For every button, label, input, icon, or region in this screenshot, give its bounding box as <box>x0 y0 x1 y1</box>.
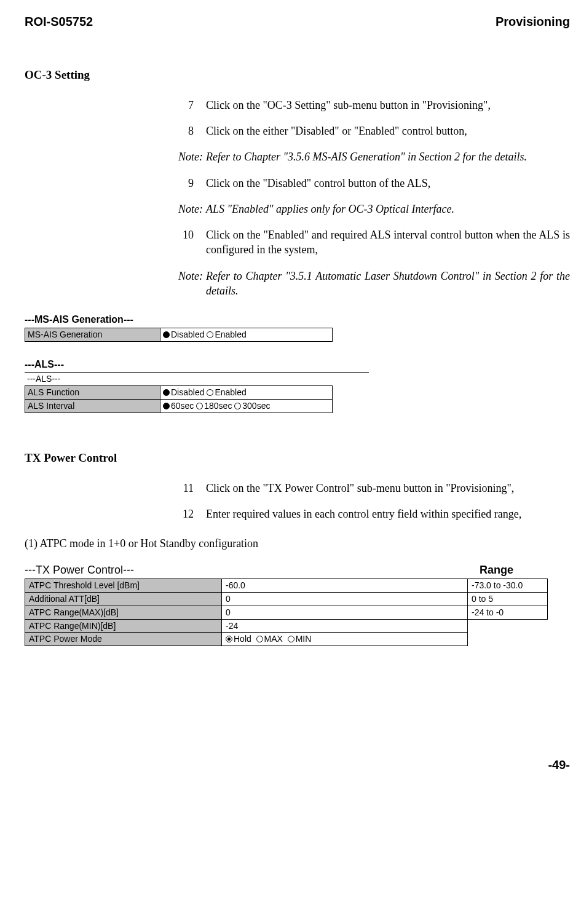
radio-empty-icon[interactable] <box>207 331 213 338</box>
msais-value: Disabled Enabled <box>160 328 333 341</box>
additional-att-label: Additional ATT[dB] <box>25 592 222 606</box>
note-label: Note: <box>178 149 206 164</box>
note-2: Note: ALS "Enabled" applies only for OC-… <box>178 202 570 216</box>
als-int-300-option[interactable]: 300sec <box>242 401 270 411</box>
step-text: Click on the "OC-3 Setting" sub-menu but… <box>206 98 570 113</box>
atpc-power-mode-label: ATPC Power Mode <box>25 633 222 646</box>
step-12: 12 Enter required values in each control… <box>178 507 570 521</box>
step-10: 10 Click on the "Enabled" and required A… <box>178 227 570 258</box>
step-number: 8 <box>178 124 206 138</box>
oc3-heading: OC-3 Setting <box>25 67 570 83</box>
radio-empty-icon[interactable] <box>196 403 203 409</box>
mode-max-option[interactable]: MAX <box>264 634 283 644</box>
als-func-enabled-option[interactable]: Enabled <box>215 387 246 397</box>
mode-min-option[interactable]: MIN <box>296 634 312 644</box>
als-function-value: Disabled Enabled <box>160 386 333 400</box>
table-row: ATPC Threshold Level [dBm] -60.0 -73.0 t… <box>25 578 548 592</box>
step-11: 11 Click on the "TX Power Control" sub-m… <box>178 481 570 496</box>
atpc-range-min-label: ATPC Range(MIN)[dB] <box>25 619 222 633</box>
note-text: Refer to Chapter "3.5.6 MS-AIS Generatio… <box>206 149 570 164</box>
radio-filled-icon[interactable] <box>163 403 170 409</box>
tx-subsection: (1) ATPC mode in 1+0 or Hot Standby conf… <box>25 536 570 551</box>
als-interval-label: ALS Interval <box>25 400 160 413</box>
note-1: Note: Refer to Chapter "3.5.6 MS-AIS Gen… <box>178 149 570 164</box>
radio-selected-icon[interactable] <box>226 636 232 642</box>
atpc-threshold-value[interactable]: -60.0 <box>222 578 468 592</box>
additional-att-range: 0 to 5 <box>468 592 548 606</box>
msais-enabled-option[interactable]: Enabled <box>215 330 246 339</box>
atpc-threshold-range: -73.0 to -30.0 <box>468 578 548 592</box>
step-text: Click on the "TX Power Control" sub-menu… <box>206 481 570 496</box>
msais-label: MS-AIS Generation <box>25 328 160 341</box>
note-text: ALS "Enabled" applies only for OC-3 Opti… <box>206 202 570 216</box>
doc-id: ROI-S05752 <box>25 14 93 30</box>
step-number: 9 <box>178 176 206 191</box>
atpc-threshold-label: ATPC Threshold Level [dBm] <box>25 578 222 592</box>
txpower-steps: 11 Click on the "TX Power Control" sub-m… <box>178 481 570 522</box>
atpc-range-max-label: ATPC Range(MAX)[dB] <box>25 606 222 619</box>
radio-filled-icon[interactable] <box>163 389 170 396</box>
als-function-label: ALS Function <box>25 386 160 400</box>
als-int-180-option[interactable]: 180sec <box>204 401 232 411</box>
page-number: -49- <box>25 757 570 773</box>
msais-table: MS-AIS Generation Disabled Enabled <box>25 328 333 342</box>
tx-table-title: ---TX Power Control--- <box>25 563 480 577</box>
note-label: Note: <box>178 269 206 283</box>
radio-empty-icon[interactable] <box>234 403 241 409</box>
step-number: 12 <box>178 507 206 521</box>
tx-table-header: ---TX Power Control--- Range <box>25 563 570 577</box>
note-label: Note: <box>178 202 206 216</box>
als-table: ALS Function Disabled Enabled ALS Interv… <box>25 385 333 413</box>
als-group-title: ---ALS--- <box>25 358 570 371</box>
step-text: Click on the "Disabled" control button o… <box>206 176 570 191</box>
als-interval-row: ALS Interval 60sec 180sec 300sec <box>25 400 333 413</box>
als-func-disabled-option[interactable]: Disabled <box>171 387 204 397</box>
tx-range-header: Range <box>480 563 513 577</box>
doc-section: Provisioning <box>496 14 570 30</box>
atpc-range-max-value[interactable]: 0 <box>222 606 468 619</box>
additional-att-value[interactable]: 0 <box>222 592 468 606</box>
step-number: 10 <box>178 227 206 242</box>
tx-power-table: ATPC Threshold Level [dBm] -60.0 -73.0 t… <box>25 578 548 646</box>
atpc-range-min-value[interactable]: -24 <box>222 619 468 633</box>
step-8: 8 Click on the either "Disabled" or "Ena… <box>178 124 570 138</box>
msais-group-title: ---MS-AIS Generation--- <box>25 313 570 326</box>
als-sub-title: ---ALS--- <box>25 373 332 385</box>
note-3: Note: Refer to Chapter "3.5.1 Automatic … <box>178 269 570 299</box>
empty-cell <box>468 619 548 646</box>
radio-empty-icon[interactable] <box>288 636 294 642</box>
atpc-range-max-range: -24 to -0 <box>468 606 548 619</box>
note-text: Refer to Chapter "3.5.1 Automatic Laser … <box>206 269 570 299</box>
als-int-60-option[interactable]: 60sec <box>171 401 194 411</box>
step-number: 7 <box>178 98 206 113</box>
als-interval-value: 60sec 180sec 300sec <box>160 400 333 413</box>
mode-hold-option[interactable]: Hold <box>234 634 251 644</box>
page-header: ROI-S05752 Provisioning <box>25 14 570 30</box>
step-number: 11 <box>178 481 206 496</box>
msais-row: MS-AIS Generation Disabled Enabled <box>25 328 333 341</box>
als-group: ---ALS--- ---ALS--- ALS Function Disable… <box>25 358 570 413</box>
txpower-heading: TX Power Control <box>25 450 570 466</box>
step-7: 7 Click on the "OC-3 Setting" sub-menu b… <box>178 98 570 113</box>
atpc-power-mode-value: Hold MAX MIN <box>222 633 468 646</box>
step-9: 9 Click on the "Disabled" control button… <box>178 176 570 191</box>
step-text: Click on the "Enabled" and required ALS … <box>206 227 570 258</box>
step-text: Enter required values in each control en… <box>206 507 570 521</box>
msais-disabled-option[interactable]: Disabled <box>171 330 204 339</box>
radio-empty-icon[interactable] <box>256 636 263 642</box>
table-row: ATPC Range(MAX)[dB] 0 -24 to -0 <box>25 606 548 619</box>
oc3-steps: 7 Click on the "OC-3 Setting" sub-menu b… <box>178 98 570 299</box>
step-text: Click on the either "Disabled" or "Enabl… <box>206 124 570 138</box>
msais-group: ---MS-AIS Generation--- MS-AIS Generatio… <box>25 313 570 341</box>
radio-empty-icon[interactable] <box>207 389 213 396</box>
table-row: Additional ATT[dB] 0 0 to 5 <box>25 592 548 606</box>
radio-filled-icon[interactable] <box>163 331 170 338</box>
als-function-row: ALS Function Disabled Enabled <box>25 386 333 400</box>
table-row: ATPC Range(MIN)[dB] -24 <box>25 619 548 633</box>
